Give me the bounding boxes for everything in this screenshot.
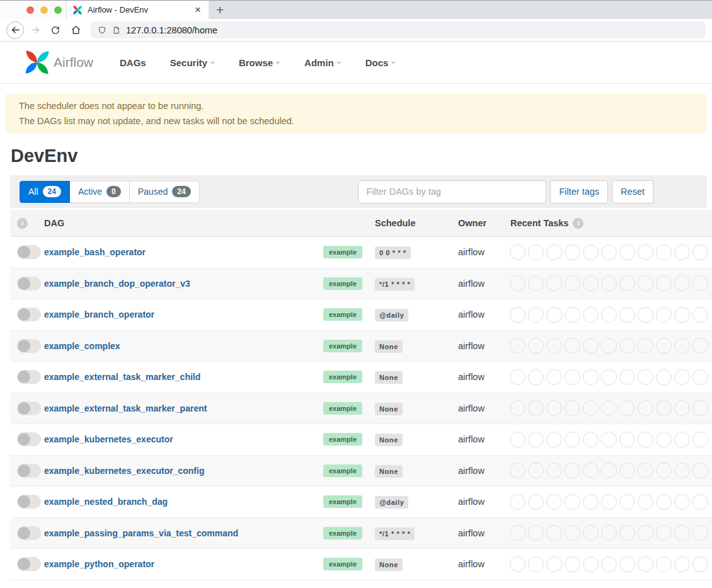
task-state-circle[interactable]	[546, 556, 562, 572]
task-state-circle[interactable]	[619, 245, 635, 260]
task-state-circle[interactable]	[601, 400, 617, 416]
task-state-circle[interactable]	[674, 400, 690, 416]
schedule-badge[interactable]: @daily	[375, 496, 408, 509]
dag-name-link[interactable]: example_python_operator	[44, 559, 154, 569]
task-state-circle[interactable]	[528, 463, 544, 478]
dag-pause-toggle[interactable]	[17, 495, 41, 509]
task-state-circle[interactable]	[601, 556, 617, 572]
task-state-circle[interactable]	[692, 556, 708, 572]
task-state-circle[interactable]	[601, 369, 617, 385]
task-state-circle[interactable]	[528, 307, 544, 323]
task-state-circle[interactable]	[565, 338, 580, 354]
task-state-circle[interactable]	[601, 275, 617, 291]
task-state-circle[interactable]	[583, 556, 599, 572]
task-state-circle[interactable]	[601, 432, 617, 447]
task-state-circle[interactable]	[601, 307, 617, 323]
task-state-circle[interactable]	[565, 463, 580, 478]
task-state-circle[interactable]	[510, 275, 525, 291]
task-state-circle[interactable]	[546, 494, 562, 510]
task-state-circle[interactable]	[656, 338, 672, 354]
dag-pause-toggle[interactable]	[17, 464, 41, 478]
home-button[interactable]	[67, 21, 84, 39]
task-state-circle[interactable]	[638, 400, 653, 416]
task-state-circle[interactable]	[619, 525, 635, 541]
task-state-circle[interactable]	[619, 494, 635, 510]
task-state-circle[interactable]	[656, 525, 672, 541]
nav-item-browse[interactable]: Browse	[239, 57, 280, 68]
task-state-circle[interactable]	[583, 245, 599, 260]
task-state-circle[interactable]	[510, 400, 525, 416]
dag-pause-toggle[interactable]	[17, 277, 41, 291]
dag-name-link[interactable]: example_external_task_marker_child	[44, 372, 200, 382]
task-state-circle[interactable]	[601, 463, 617, 478]
task-state-circle[interactable]	[674, 556, 690, 572]
task-state-circle[interactable]	[692, 338, 708, 354]
nav-item-docs[interactable]: Docs	[365, 57, 396, 68]
schedule-badge[interactable]: */1 * * * *	[375, 278, 415, 291]
dag-tag-badge[interactable]: example	[323, 277, 362, 290]
task-state-circle[interactable]	[510, 338, 525, 354]
task-state-circle[interactable]	[528, 338, 544, 354]
task-state-circle[interactable]	[692, 494, 708, 510]
task-state-circle[interactable]	[638, 338, 653, 354]
nav-item-security[interactable]: Security	[170, 57, 215, 68]
task-state-circle[interactable]	[619, 400, 635, 416]
dag-tag-badge[interactable]: example	[323, 558, 362, 570]
task-state-circle[interactable]	[656, 556, 672, 572]
task-state-circle[interactable]	[583, 338, 599, 354]
task-state-circle[interactable]	[565, 400, 580, 416]
tab-paused-dags[interactable]: Paused 24	[130, 181, 200, 203]
task-state-circle[interactable]	[692, 432, 708, 447]
task-state-circle[interactable]	[656, 400, 672, 416]
task-state-circle[interactable]	[674, 494, 690, 510]
tab-close-icon[interactable]: ×	[193, 4, 203, 15]
task-state-circle[interactable]	[601, 525, 617, 541]
back-button[interactable]	[6, 21, 24, 39]
task-state-circle[interactable]	[510, 369, 525, 385]
task-state-circle[interactable]	[692, 275, 708, 291]
task-state-circle[interactable]	[583, 463, 599, 478]
schedule-badge[interactable]: 0 0 * * *	[375, 246, 411, 259]
reset-button[interactable]: Reset	[612, 180, 653, 204]
nav-item-dags[interactable]: DAGs	[120, 57, 146, 68]
task-state-circle[interactable]	[692, 369, 708, 385]
dag-tag-badge[interactable]: example	[323, 340, 362, 352]
task-state-circle[interactable]	[692, 525, 708, 541]
schedule-badge[interactable]: None	[375, 340, 403, 353]
task-state-circle[interactable]	[656, 307, 672, 323]
task-state-circle[interactable]	[638, 307, 653, 323]
task-state-circle[interactable]	[565, 369, 580, 385]
task-state-circle[interactable]	[656, 494, 672, 510]
task-state-circle[interactable]	[674, 275, 690, 291]
task-state-circle[interactable]	[546, 432, 562, 447]
task-state-circle[interactable]	[638, 275, 653, 291]
zoom-window-button[interactable]	[54, 6, 62, 14]
minimize-window-button[interactable]	[40, 6, 48, 14]
info-icon[interactable]	[17, 218, 28, 229]
schedule-badge[interactable]: None	[375, 434, 403, 446]
task-state-circle[interactable]	[656, 369, 672, 385]
task-state-circle[interactable]	[619, 463, 635, 478]
schedule-badge[interactable]: None	[375, 465, 403, 478]
task-state-circle[interactable]	[510, 556, 525, 572]
task-state-circle[interactable]	[546, 275, 562, 291]
task-state-circle[interactable]	[546, 369, 562, 385]
task-state-circle[interactable]	[546, 400, 562, 416]
task-state-circle[interactable]	[528, 432, 544, 447]
dag-pause-toggle[interactable]	[17, 526, 41, 540]
task-state-circle[interactable]	[528, 275, 544, 291]
dag-tag-badge[interactable]: example	[323, 402, 362, 415]
task-state-circle[interactable]	[674, 307, 690, 323]
dag-name-link[interactable]: example_bash_operator	[44, 247, 146, 257]
task-state-circle[interactable]	[619, 369, 635, 385]
task-state-circle[interactable]	[565, 494, 580, 510]
dag-tag-badge[interactable]: example	[323, 495, 362, 508]
task-state-circle[interactable]	[565, 245, 580, 260]
task-state-circle[interactable]	[565, 432, 580, 447]
schedule-badge[interactable]: None	[375, 403, 403, 415]
task-state-circle[interactable]	[601, 494, 617, 510]
task-state-circle[interactable]	[638, 463, 653, 478]
dag-name-link[interactable]: example_kubernetes_executor	[44, 434, 173, 444]
task-state-circle[interactable]	[674, 338, 690, 354]
info-icon[interactable]	[573, 218, 583, 229]
